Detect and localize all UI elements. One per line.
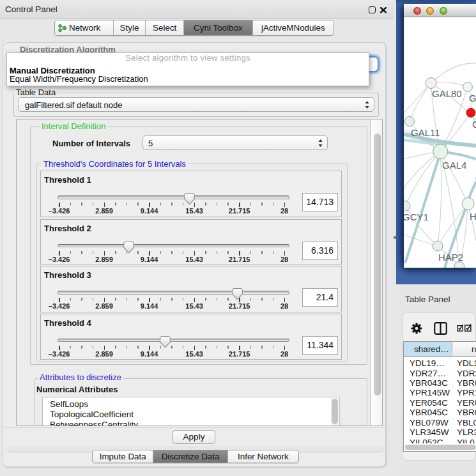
- svg-text:GCY1: GCY1: [404, 211, 429, 222]
- svg-text:GAL4: GAL4: [442, 160, 466, 171]
- svg-text:GAL11: GAL11: [411, 127, 440, 138]
- svg-text:H: H: [470, 211, 476, 222]
- svg-text:C: C: [472, 119, 476, 130]
- svg-text:GAL80: GAL80: [432, 88, 462, 99]
- svg-text:HAP2: HAP2: [438, 252, 463, 263]
- svg-text:GA: GA: [469, 93, 476, 104]
